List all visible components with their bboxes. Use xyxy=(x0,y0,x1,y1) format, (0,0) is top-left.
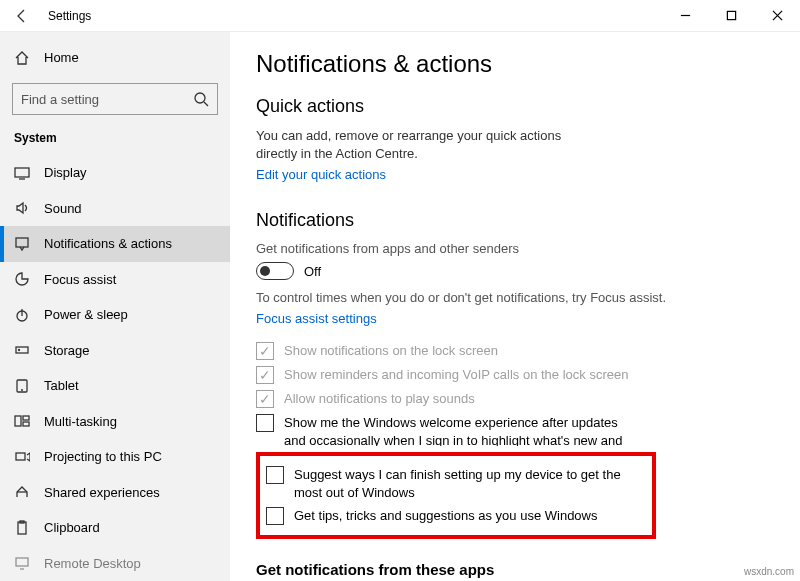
checkbox-icon: ✓ xyxy=(256,390,274,408)
sidebar-item-label: Focus assist xyxy=(44,272,116,287)
sidebar-item-display[interactable]: Display xyxy=(0,155,230,191)
multitasking-icon xyxy=(14,413,30,429)
watermark: wsxdn.com xyxy=(744,566,794,577)
sidebar-item-notifications[interactable]: Notifications & actions xyxy=(0,226,230,262)
sidebar-item-multitasking[interactable]: Multi-tasking xyxy=(0,404,230,440)
sidebar-item-label: Multi-tasking xyxy=(44,414,117,429)
svg-rect-3 xyxy=(16,238,28,247)
minimize-button[interactable] xyxy=(662,0,708,32)
check-label: Suggest ways I can finish setting up my … xyxy=(294,466,646,501)
sidebar-item-label: Shared experiences xyxy=(44,485,160,500)
svg-rect-2 xyxy=(15,168,29,177)
check-voip: ✓ Show reminders and incoming VoIP calls… xyxy=(256,366,636,384)
svg-rect-9 xyxy=(23,416,29,420)
sidebar-item-clipboard[interactable]: Clipboard xyxy=(0,510,230,546)
sidebar-item-label: Notifications & actions xyxy=(44,236,172,251)
home-icon xyxy=(14,50,30,66)
sidebar-item-label: Storage xyxy=(44,343,90,358)
svg-rect-14 xyxy=(16,558,28,566)
check-label: Allow notifications to play sounds xyxy=(284,390,475,408)
sound-icon xyxy=(14,200,30,216)
sidebar-item-remote-desktop[interactable]: Remote Desktop xyxy=(0,546,230,581)
sidebar-item-sound[interactable]: Sound xyxy=(0,191,230,227)
projecting-icon xyxy=(14,449,30,465)
toggle-state: Off xyxy=(304,264,321,279)
focus-assist-settings-link[interactable]: Focus assist settings xyxy=(256,311,377,326)
check-label: Show me the Windows welcome experience a… xyxy=(284,414,636,446)
page-title: Notifications & actions xyxy=(256,50,774,78)
edit-quick-actions-link[interactable]: Edit your quick actions xyxy=(256,167,386,182)
highlight-annotation: Suggest ways I can finish setting up my … xyxy=(256,452,656,539)
maximize-button[interactable] xyxy=(708,0,754,32)
display-icon xyxy=(14,165,30,181)
search-input[interactable]: Find a setting xyxy=(12,83,218,115)
apps-heading: Get notifications from these apps xyxy=(256,561,774,578)
check-welcome-experience[interactable]: Show me the Windows welcome experience a… xyxy=(256,414,636,446)
svg-point-1 xyxy=(195,93,205,103)
check-lockscreen: ✓ Show notifications on the lock screen xyxy=(256,342,636,360)
sidebar-item-shared[interactable]: Shared experiences xyxy=(0,475,230,511)
svg-rect-12 xyxy=(18,522,26,534)
svg-rect-8 xyxy=(15,416,21,426)
sidebar-item-focus-assist[interactable]: Focus assist xyxy=(0,262,230,298)
notifications-toggle[interactable] xyxy=(256,262,294,280)
power-icon xyxy=(14,307,30,323)
checkbox-icon xyxy=(266,507,284,525)
check-label: Show notifications on the lock screen xyxy=(284,342,498,360)
home-button[interactable]: Home xyxy=(0,38,230,77)
svg-point-6 xyxy=(19,350,20,351)
check-sounds: ✓ Allow notifications to play sounds xyxy=(256,390,636,408)
sidebar-item-label: Remote Desktop xyxy=(44,556,141,571)
check-label: Get tips, tricks and suggestions as you … xyxy=(294,507,597,525)
svg-rect-0 xyxy=(727,11,735,19)
svg-rect-11 xyxy=(16,453,25,460)
notifications-sub: Get notifications from apps and other se… xyxy=(256,241,774,256)
clipboard-icon xyxy=(14,520,30,536)
sidebar-item-label: Sound xyxy=(44,201,82,216)
close-button[interactable] xyxy=(754,0,800,32)
window-title: Settings xyxy=(44,9,91,23)
quick-actions-heading: Quick actions xyxy=(256,96,774,117)
checkbox-icon xyxy=(256,414,274,432)
check-label: Show reminders and incoming VoIP calls o… xyxy=(284,366,628,384)
search-icon xyxy=(193,91,209,107)
quick-actions-desc: You can add, remove or rearrange your qu… xyxy=(256,127,596,163)
shared-icon xyxy=(14,484,30,500)
sidebar-item-label: Display xyxy=(44,165,87,180)
check-finish-setup[interactable]: Suggest ways I can finish setting up my … xyxy=(266,466,646,501)
sidebar-item-label: Tablet xyxy=(44,378,79,393)
titlebar: Settings xyxy=(0,0,800,32)
content-area: Notifications & actions Quick actions Yo… xyxy=(230,32,800,581)
notifications-heading: Notifications xyxy=(256,210,774,231)
checkbox-icon: ✓ xyxy=(256,342,274,360)
storage-icon xyxy=(14,342,30,358)
focus-assist-icon xyxy=(14,271,30,287)
sidebar-item-storage[interactable]: Storage xyxy=(0,333,230,369)
home-label: Home xyxy=(44,50,79,65)
sidebar-section: System xyxy=(0,123,230,155)
sidebar-item-label: Projecting to this PC xyxy=(44,449,162,464)
sidebar-item-label: Clipboard xyxy=(44,520,100,535)
checkbox-icon xyxy=(266,466,284,484)
checkbox-icon: ✓ xyxy=(256,366,274,384)
tablet-icon xyxy=(14,378,30,394)
svg-rect-10 xyxy=(23,422,29,426)
sidebar-item-projecting[interactable]: Projecting to this PC xyxy=(0,439,230,475)
sidebar-item-tablet[interactable]: Tablet xyxy=(0,368,230,404)
svg-rect-5 xyxy=(16,347,28,353)
search-placeholder: Find a setting xyxy=(21,92,99,107)
check-tips[interactable]: Get tips, tricks and suggestions as you … xyxy=(266,507,646,525)
notifications-icon xyxy=(14,236,30,252)
sidebar-item-power[interactable]: Power & sleep xyxy=(0,297,230,333)
back-button[interactable] xyxy=(0,8,44,24)
remote-desktop-icon xyxy=(14,555,30,571)
sidebar-item-label: Power & sleep xyxy=(44,307,128,322)
focus-assist-hint: To control times when you do or don't ge… xyxy=(256,290,774,305)
sidebar: Home Find a setting System Display Sound… xyxy=(0,32,230,581)
